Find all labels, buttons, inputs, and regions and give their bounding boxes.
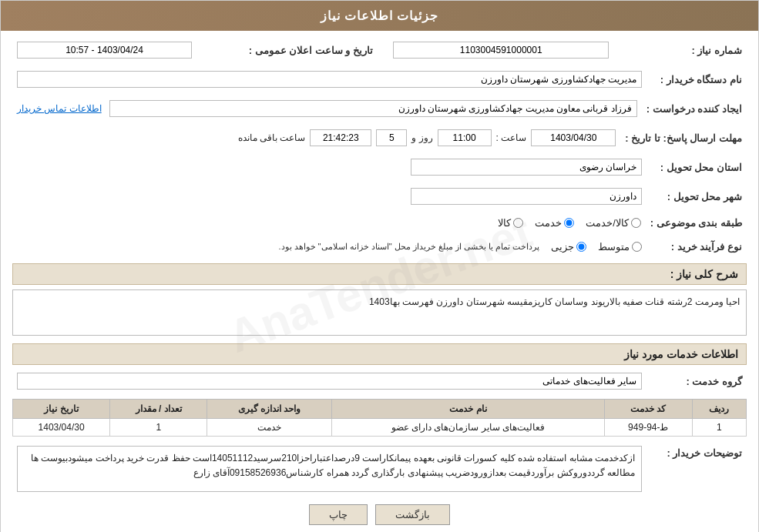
col-quantity: تعداد / مقدار xyxy=(110,400,207,419)
city-label: شهر محل تحویل : xyxy=(646,185,747,208)
category-option-kala-khadmat[interactable]: کالا/خدمت xyxy=(586,217,641,229)
info-section-3: ایجاد کننده درخواست : اطلاعات تماس خریدا… xyxy=(12,97,747,120)
col-row: ردیف xyxy=(692,400,746,419)
general-desc-value: احیا ومرمت 2رشته قنات صفیه بالاریوند وسا… xyxy=(369,296,740,307)
reply-days-input[interactable] xyxy=(376,129,407,146)
print-button[interactable]: چاپ xyxy=(309,504,368,525)
header-title: جزئیات اطلاعات نیاز xyxy=(321,9,439,22)
reply-date-input[interactable] xyxy=(531,129,616,146)
announcement-datetime-input[interactable] xyxy=(17,42,192,59)
col-date: تاریخ نیاز xyxy=(13,400,110,419)
services-table: ردیف کد خدمت نام خدمت واحد اندازه گیری ت… xyxy=(12,399,747,437)
need-number-label: شماره نیاز : xyxy=(613,38,747,62)
buyer-org-label: نام دستگاه خریدار : xyxy=(646,68,747,91)
info-section-2: نام دستگاه خریدار : xyxy=(12,68,747,91)
info-section-4: مهلت ارسال پاسخ: تا تاریخ : ساعت : روز و… xyxy=(12,126,747,149)
city-input[interactable] xyxy=(411,188,642,205)
cell-code: ط-94-949 xyxy=(605,419,693,437)
reply-time-label: ساعت : xyxy=(496,132,527,143)
need-number-input[interactable] xyxy=(393,42,609,59)
reply-day-label: روز و xyxy=(411,132,432,143)
purchase-type-note: پرداخت تمام یا بخشی از مبلغ خریداز محل "… xyxy=(278,242,539,252)
category-option-kala[interactable]: کالا xyxy=(498,217,523,229)
general-desc-section-title: شرح کلی نیاز : xyxy=(12,263,747,285)
buyer-desc-value: ازکدخدمت مشابه استفاده شده کلیه کسورات ق… xyxy=(31,453,635,478)
reply-time-input[interactable] xyxy=(438,129,492,146)
col-name: نام خدمت xyxy=(331,400,604,419)
purchase-type-motavset[interactable]: متوسط xyxy=(598,241,642,253)
service-group-label: گروه خدمت : xyxy=(646,370,747,393)
creator-label: ایجاد کننده درخواست : xyxy=(642,97,747,120)
table-row: 1ط-94-949فعالیت‌های سایر سازمان‌های دارا… xyxy=(13,419,747,437)
cell-quantity: 1 xyxy=(110,419,207,437)
category-radio-group: کالا/خدمت خدمت کالا xyxy=(17,217,641,229)
creator-input[interactable] xyxy=(109,100,637,117)
info-section-8: نوع فرآیند خرید : متوسط جزیی xyxy=(12,238,747,256)
col-code: کد خدمت xyxy=(605,400,693,419)
cell-date: 1403/04/30 xyxy=(13,419,110,437)
buyer-desc-section: توضیحات خریدار : ازکدخدمت مشابه استفاده … xyxy=(12,443,747,495)
cell-row: 1 xyxy=(692,419,746,437)
buyer-desc-box: ازکدخدمت مشابه استفاده شده کلیه کسورات ق… xyxy=(17,446,642,492)
buyer-desc-label: توضیحات خریدار : xyxy=(646,443,747,495)
back-button[interactable]: بازگشت xyxy=(375,504,450,525)
info-section-7: طبقه بندی موضوعی : کالا/خدمت خدمت xyxy=(12,214,747,232)
reply-deadline-label: مهلت ارسال پاسخ: تا تاریخ : xyxy=(620,126,747,149)
col-unit: واحد اندازه گیری xyxy=(207,400,332,419)
button-row: بازگشت چاپ xyxy=(12,504,747,525)
announcement-label: تاریخ و ساعت اعلان عمومی : xyxy=(196,38,388,62)
category-label: طبقه بندی موضوعی : xyxy=(646,214,747,232)
cell-name: فعالیت‌های سایر سازمان‌های دارای عضو xyxy=(331,419,604,437)
purchase-type-label: نوع فرآیند خرید : xyxy=(646,238,747,256)
service-info-section-title: اطلاعات خدمات مورد نیاز xyxy=(12,343,747,365)
info-section-6: شهر محل تحویل : xyxy=(12,185,747,208)
category-option-khadmat[interactable]: خدمت xyxy=(535,217,574,229)
service-group-input[interactable] xyxy=(17,373,642,390)
service-info-label: اطلاعات خدمات مورد نیاز xyxy=(624,348,738,360)
reply-remaining-input[interactable] xyxy=(310,129,371,146)
province-label: استان محل تحویل : xyxy=(646,156,747,179)
buyer-contact-link[interactable]: اطلاعات تماس خریدار xyxy=(17,103,102,114)
purchase-type-jozi[interactable]: جزیی xyxy=(551,241,586,253)
purchase-type-radio-group: متوسط جزیی xyxy=(551,241,642,253)
general-desc-box: احیا ومرمت 2رشته قنات صفیه بالاریوند وسا… xyxy=(12,289,747,336)
reply-remaining-label: ساعت باقی مانده xyxy=(238,132,306,143)
cell-unit: خدمت xyxy=(207,419,332,437)
page-header: جزئیات اطلاعات نیاز xyxy=(1,1,758,31)
info-section-5: استان محل تحویل : xyxy=(12,156,747,179)
buyer-org-input[interactable] xyxy=(17,71,642,88)
province-input[interactable] xyxy=(411,159,642,176)
service-group-row: گروه خدمت : xyxy=(12,370,747,393)
info-section-1: شماره نیاز : تاریخ و ساعت اعلان عمومی : xyxy=(12,38,747,62)
general-desc-label: شرح کلی نیاز : xyxy=(670,268,738,280)
